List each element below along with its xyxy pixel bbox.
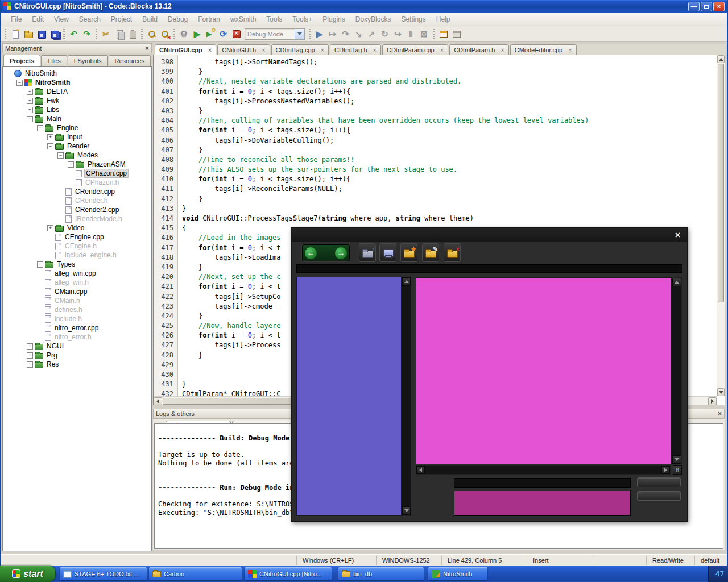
editor-tab-cnitrogui.h[interactable]: CNitroGUI.h× [217,44,270,55]
tree-item-crender2-cpp[interactable]: CRender2.cpp [3,205,151,214]
left-list-scrollbar[interactable] [402,277,411,516]
tree-item-cphazon-cpp[interactable]: CPhazon.cpp [3,169,151,178]
expand-icon[interactable]: + [27,89,33,95]
menu-doxyblocks[interactable]: DoxyBlocks [350,14,396,25]
action-button-1[interactable] [637,477,681,487]
tree-item-fwk[interactable]: +Fwk [3,96,151,105]
collapse-icon[interactable]: − [16,80,23,86]
tree-item-crender-cpp[interactable]: CRender.cpp [3,187,151,196]
scroll-left-icon[interactable] [154,397,162,405]
various-info-button[interactable] [450,28,463,40]
close-tab-icon[interactable]: × [568,47,572,53]
tree-item-prg[interactable]: +Prg [3,351,151,360]
taskbar-button-stage-6-todo-txt-[interactable]: STAGE 6+ TODO.txt ... [60,567,147,580]
next-line-button[interactable]: ↷ [339,28,352,40]
collapse-icon[interactable]: − [27,116,33,122]
tree-item-engine[interactable]: −Engine [3,123,151,132]
tree-item-input[interactable]: +Input [3,132,151,142]
left-file-list[interactable] [296,277,402,516]
tree-item-cmain-h[interactable]: CMain.h [3,296,151,305]
open-file-button[interactable] [22,28,35,40]
stop-debugger-button[interactable]: ⊠ [417,28,431,40]
menu-view[interactable]: View [49,14,74,25]
tree-item-cmain-cpp[interactable]: CMain.cpp [3,287,151,296]
find-button[interactable] [145,28,158,40]
menu-tools[interactable]: Tools [261,14,287,25]
expand-icon[interactable]: + [27,352,33,359]
debugging-windows-button[interactable] [437,28,450,40]
tree-item-nitro-error-cpp[interactable]: nitro_error.cpp [3,323,151,332]
editor-tab-cdtmltag.cpp[interactable]: CDtmlTag.cpp× [271,44,329,55]
tree-item-main[interactable]: −Main [3,114,151,123]
text-input-field[interactable] [454,478,631,488]
scroll-right-icon[interactable] [661,466,670,474]
scroll-left-icon[interactable] [416,466,425,474]
tree-item-cengine-h[interactable]: CEngine.h [3,242,151,251]
content-horizontal-scrollbar[interactable] [416,465,671,475]
tree-item-delta[interactable]: +DELTA [3,87,151,96]
tree-item-phazonasm[interactable]: +PhazonASM [3,160,151,169]
tree-item-irendermode-h[interactable]: IRenderMode.h [3,214,151,223]
build-target-select[interactable]: Debug Mode [245,28,305,40]
build-button[interactable]: ⚙ [177,28,191,40]
logs-close-icon[interactable]: × [718,410,722,418]
tree-item-types[interactable]: +Types [3,260,151,269]
close-tab-icon[interactable]: × [373,47,377,53]
menu-help[interactable]: Help [431,14,456,25]
close-tab-icon[interactable]: × [208,47,212,53]
vertical-scroll-thumb[interactable] [718,64,724,302]
menu-build[interactable]: Build [137,14,163,25]
tree-item-cengine-cpp[interactable]: CEngine.cpp [3,232,151,242]
save-all-button[interactable] [48,28,61,40]
menu-debug[interactable]: Debug [163,14,193,25]
new-file-button[interactable] [9,28,22,40]
tree-item-cphazon-h[interactable]: CPhazon.h [3,178,151,187]
pause-button[interactable]: ‖ [404,28,417,40]
taskbar-button-nitrosmith[interactable]: NitroSmith [428,567,487,580]
menu-settings[interactable]: Settings [396,14,431,25]
computer-button[interactable] [379,243,396,262]
menu-file[interactable]: File [6,14,27,25]
rename-folder-button[interactable]: ✎ [422,243,439,262]
tree-item-nitro-error-h[interactable]: nitro_error.h [3,332,151,342]
expand-icon[interactable]: + [27,107,33,113]
expand-icon[interactable]: + [27,343,33,350]
tree-item-libs[interactable]: +Libs [3,105,151,114]
menu-edit[interactable]: Edit [27,14,49,25]
menu-project[interactable]: Project [106,14,137,25]
main-content-panel[interactable] [416,277,672,464]
tab-files[interactable]: Files [41,55,67,66]
run-to-cursor-button[interactable]: ↦ [326,28,339,40]
up-folder-button[interactable]: ↑ [359,243,376,262]
save-button[interactable] [35,28,48,40]
step-out-button[interactable]: ↗ [365,28,378,40]
content-vertical-scrollbar[interactable] [672,277,682,464]
tree-item-crender-h[interactable]: CRender.h [3,196,151,205]
build-and-run-button[interactable] [204,28,217,40]
scroll-down-icon[interactable] [717,388,725,396]
replace-button[interactable]: R [158,28,171,40]
close-tab-icon[interactable]: × [440,47,444,53]
tab-projects[interactable]: Projects [3,55,40,66]
tree-item-nitrosmith[interactable]: −NitroSmith [3,78,151,87]
tree-item-include-h[interactable]: include.h [3,314,151,323]
expand-icon[interactable]: + [37,261,43,268]
tree-item-defines-h[interactable]: defines.h [3,305,151,314]
scroll-up-icon[interactable] [672,278,681,286]
new-folder-button[interactable]: ★ [400,243,417,262]
tree-item-alleg-win-cpp[interactable]: alleg_win.cpp [3,269,151,278]
cut-button[interactable]: ✂ [100,28,113,40]
copy-button[interactable] [113,28,126,40]
management-close-icon[interactable]: × [145,44,149,52]
expand-icon[interactable]: + [27,98,33,104]
collapse-icon[interactable]: − [57,152,64,159]
tree-item-alleg-win-h[interactable]: alleg_win.h [3,278,151,287]
tab-resources[interactable]: Resources [109,55,151,66]
app-close-icon[interactable]: × [672,230,683,240]
collapse-icon[interactable]: − [47,143,53,149]
scroll-up-icon[interactable] [402,277,411,286]
run-button[interactable]: ▶ [191,28,204,40]
expand-icon[interactable]: + [68,161,74,168]
step-into-button[interactable]: ↘ [352,28,365,40]
tree-item-video[interactable]: +Video [3,223,151,232]
